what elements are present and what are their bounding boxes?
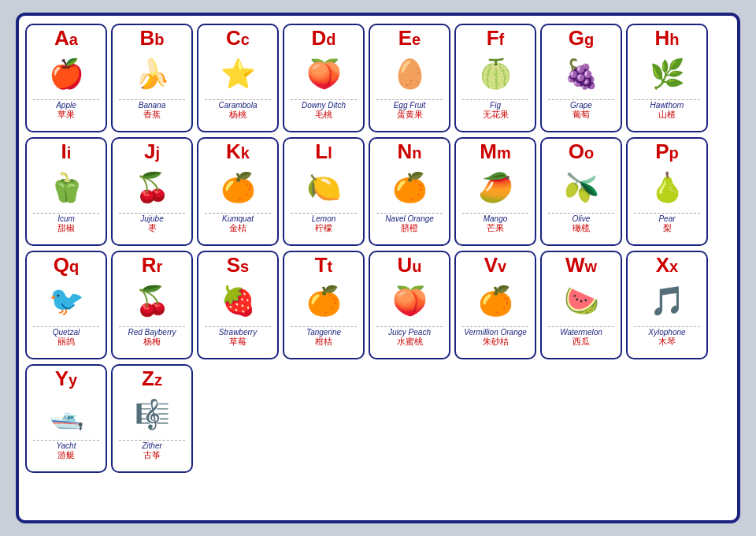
card-image: 🍐 <box>643 163 691 212</box>
card-divider <box>205 326 272 327</box>
card-name-en: Tangerine <box>306 328 341 337</box>
card-divider <box>33 326 100 327</box>
card-divider <box>634 213 701 214</box>
card-name-zh: 古筝 <box>143 450 161 460</box>
card-name-en: Icum <box>57 214 75 223</box>
card-image: 🎼 <box>128 390 176 439</box>
card-image: 🥭 <box>471 163 520 212</box>
card-letter: Ll <box>287 140 361 163</box>
card-name-zh: 甜椒 <box>57 223 75 233</box>
card-p: Pp 🍐 Pear 梨 <box>626 137 708 246</box>
card-divider <box>548 213 615 214</box>
card-name-zh: 苹果 <box>57 110 75 120</box>
card-name-en: Grape <box>570 101 592 110</box>
card-image: 🍇 <box>557 50 606 99</box>
card-name-en: Juicy Peach <box>388 328 431 337</box>
card-letter: Jj <box>115 140 189 163</box>
card-name-en: Quetzal <box>53 328 80 337</box>
card-letter: Aa <box>29 27 103 50</box>
card-divider <box>291 213 358 214</box>
card-letter: Ee <box>372 27 447 50</box>
card-g: Gg 🍇 Grape 葡萄 <box>540 24 622 132</box>
card-i: Ii 🫑 Icum 甜椒 <box>25 137 107 246</box>
row-3: Qq 🐦 Quetzal 丽鸪 Rr 🍒 Red Bayberry 杨梅 Ss … <box>25 251 731 359</box>
card-letter: Vv <box>458 254 532 277</box>
card-l: Ll 🍋 Lemon 柠檬 <box>283 137 365 246</box>
card-image: 🍒 <box>128 277 176 326</box>
card-name-zh: 杨桃 <box>229 110 246 120</box>
card-w: Ww 🍉 Watermelon 西瓜 <box>540 251 622 359</box>
card-letter: Ii <box>29 140 103 163</box>
card-q: Qq 🐦 Quetzal 丽鸪 <box>25 251 107 359</box>
card-image: 🍌 <box>128 50 176 99</box>
card-image: 🫑 <box>42 163 91 212</box>
card-name-en: Fig <box>490 101 501 110</box>
card-divider <box>291 326 358 327</box>
card-image: 🫒 <box>557 163 606 212</box>
card-n: Nn 🍊 Navel Orange 脐橙 <box>369 137 450 246</box>
card-divider <box>205 213 272 214</box>
row-4: Yy 🛥️ Yacht 游艇 Zz 🎼 Zither 古筝 <box>25 364 731 473</box>
card-divider <box>33 440 100 441</box>
card-image: 🍓 <box>213 277 262 326</box>
card-name-zh: 金桔 <box>229 223 246 233</box>
card-name-zh: 香蕉 <box>143 110 161 120</box>
card-r: Rr 🍒 Red Bayberry 杨梅 <box>111 251 193 359</box>
card-divider <box>548 326 615 327</box>
card-letter: Hh <box>630 27 704 50</box>
card-b: Bb 🍌 Banana 香蕉 <box>111 24 193 132</box>
card-o: Oo 🫒 Olive 橄榄 <box>540 137 622 246</box>
card-image: 🍉 <box>557 277 606 326</box>
card-name-zh: 丽鸪 <box>57 337 75 347</box>
card-h: Hh 🌿 Hawthorn 山楂 <box>626 24 708 132</box>
card-letter: Cc <box>201 27 275 50</box>
card-divider <box>548 99 615 100</box>
card-x: Xx 🎵 Xylophone 木琴 <box>626 251 708 359</box>
card-name-zh: 柑桔 <box>315 337 332 347</box>
card-letter: Ss <box>201 254 275 277</box>
card-divider <box>634 99 701 100</box>
card-name-zh: 朱砂桔 <box>483 337 509 347</box>
card-name-zh: 芒果 <box>487 223 504 233</box>
card-image: ⭐ <box>213 50 262 99</box>
card-name-en: Yacht <box>57 441 76 450</box>
card-name-zh: 杨梅 <box>143 337 161 347</box>
card-name-en: Pear <box>658 214 675 223</box>
card-divider <box>634 326 701 327</box>
card-f: Ff 🍈 Fig 无花果 <box>454 24 536 132</box>
card-letter: Ff <box>458 27 532 50</box>
card-e: Ee 🥚 Egg Fruit 蛋黄果 <box>369 24 450 132</box>
card-name-zh: 水蜜桃 <box>397 337 423 347</box>
card-divider <box>462 99 529 100</box>
card-letter: Mm <box>458 140 532 163</box>
card-letter: Zz <box>115 367 189 390</box>
card-image: 🛥️ <box>42 390 91 439</box>
card-m: Mm 🥭 Mango 芒果 <box>454 137 536 246</box>
card-k: Kk 🍊 Kumquat 金桔 <box>197 137 279 246</box>
row-1: Aa 🍎 Apple 苹果 Bb 🍌 Banana 香蕉 Cc ⭐ Caramb… <box>25 24 731 132</box>
card-divider <box>376 213 443 214</box>
card-letter: Pp <box>630 140 704 163</box>
card-name-en: Apple <box>56 101 76 110</box>
card-divider <box>376 99 443 100</box>
main-board: Aa 🍎 Apple 苹果 Bb 🍌 Banana 香蕉 Cc ⭐ Caramb… <box>16 13 740 523</box>
row-2: Ii 🫑 Icum 甜椒 Jj 🍒 Jujube 枣 Kk 🍊 Kumquat … <box>25 137 731 246</box>
card-divider <box>462 326 529 327</box>
card-image: 🐦 <box>42 277 91 326</box>
card-s: Ss 🍓 Strawberry 草莓 <box>197 251 279 359</box>
card-image: 🎵 <box>643 277 691 326</box>
card-divider <box>462 213 529 214</box>
card-v: Vv 🍊 Vermillion Orange 朱砂桔 <box>454 251 536 359</box>
card-image: 🍊 <box>213 163 262 212</box>
card-y: Yy 🛥️ Yacht 游艇 <box>25 364 107 473</box>
card-letter: Rr <box>115 254 189 277</box>
card-image: 🍒 <box>128 163 176 212</box>
card-name-zh: 游艇 <box>57 450 75 460</box>
card-letter: Qq <box>29 254 103 277</box>
card-divider <box>119 440 186 441</box>
card-letter: Ww <box>544 254 618 277</box>
card-letter: Yy <box>29 367 103 390</box>
card-name-zh: 草莓 <box>229 337 246 347</box>
card-name-en: Banana <box>139 101 165 110</box>
card-name-en: Lemon <box>312 214 336 223</box>
